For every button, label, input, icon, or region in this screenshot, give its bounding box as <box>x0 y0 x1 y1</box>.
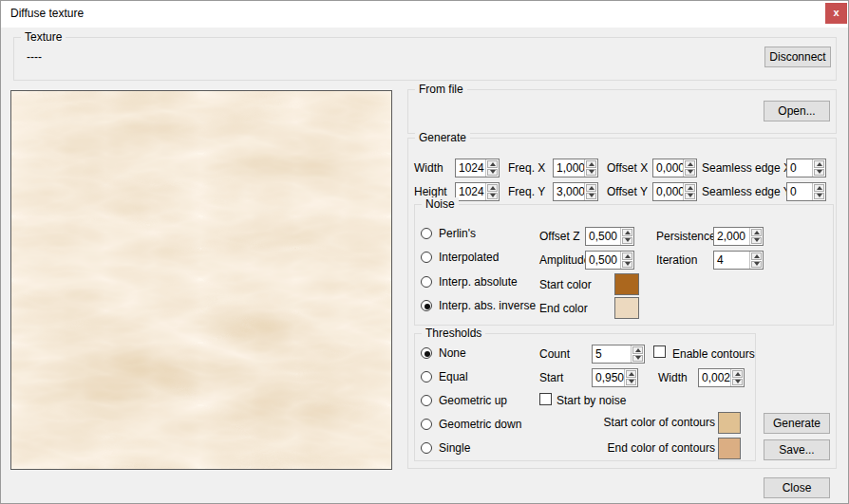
offset-x-field[interactable]: 0,000 <box>652 159 697 177</box>
spin-up-button <box>487 184 498 192</box>
amplitude-spinner[interactable] <box>620 252 633 269</box>
seamless-y-spinner[interactable] <box>812 183 825 200</box>
thresholds-group-label: Thresholds <box>422 327 485 340</box>
spin-down-button <box>626 379 636 386</box>
offset-y-spinner[interactable] <box>683 183 696 200</box>
texture-group: Texture ---- Disconnect <box>13 37 837 81</box>
spin-up-button <box>751 252 762 260</box>
radio-interp-absolute[interactable]: Interp. absolute <box>421 275 518 289</box>
radio-circle-selected[interactable] <box>421 347 432 359</box>
radio-circle[interactable] <box>421 276 432 288</box>
open-button[interactable]: Open... <box>764 101 830 121</box>
offset-x-spinner[interactable] <box>683 159 696 177</box>
radio-geometric-up[interactable]: Geometric up <box>421 394 507 407</box>
freq-x-field[interactable]: 1,000 <box>553 159 598 177</box>
persistence-field[interactable]: 2,000 <box>713 227 764 246</box>
contour-start-color-label: Start color of contours <box>604 416 715 430</box>
spin-up-button <box>685 160 695 168</box>
spin-up-button <box>814 160 824 168</box>
radio-interpolated[interactable]: Interpolated <box>421 251 499 264</box>
iteration-spinner[interactable] <box>749 252 763 269</box>
enable-contours-label: Enable contours <box>672 347 755 362</box>
spin-down-button <box>814 169 824 177</box>
width-field[interactable]: 1024 <box>455 159 500 177</box>
count-field[interactable]: 5 <box>592 345 645 364</box>
spin-down-button <box>586 169 596 177</box>
start-by-noise-checkbox[interactable] <box>539 393 552 405</box>
spin-down-button <box>751 261 762 269</box>
seamless-x-field[interactable]: 0 <box>786 159 826 177</box>
contour-width-label: Width <box>658 371 688 385</box>
spin-down-button <box>622 237 632 245</box>
seamless-x-label: Seamless edge X <box>702 161 791 176</box>
radio-equal[interactable]: Equal <box>421 370 468 383</box>
spin-down-button <box>685 193 695 200</box>
width-label: Width <box>414 161 443 176</box>
offset-z-spinner[interactable] <box>620 228 633 245</box>
freq-x-spinner[interactable] <box>584 159 597 177</box>
spin-up-button <box>632 346 643 354</box>
title-bar: Diffuse texture <box>1 1 848 28</box>
contour-width-field[interactable]: 0,002 <box>698 368 745 387</box>
radio-circle[interactable] <box>421 419 432 430</box>
iteration-field[interactable]: 4 <box>713 251 764 270</box>
seamless-y-field[interactable]: 0 <box>786 182 826 201</box>
spin-up-button <box>685 184 695 192</box>
freq-y-spinner[interactable] <box>584 183 597 200</box>
window-title: Diffuse texture <box>10 7 84 20</box>
enable-contours-checkbox[interactable] <box>653 345 666 358</box>
radio-circle[interactable] <box>421 371 432 383</box>
iteration-label: Iteration <box>656 253 697 268</box>
contour-start-color-swatch[interactable] <box>718 412 741 434</box>
start-label: Start <box>539 371 563 385</box>
height-spinner[interactable] <box>485 183 499 200</box>
width-spinner[interactable] <box>485 159 499 177</box>
height-field[interactable]: 1024 <box>455 182 500 201</box>
radio-single[interactable]: Single <box>421 441 470 455</box>
generate-button[interactable]: Generate <box>764 413 830 434</box>
generate-group-label: Generate <box>415 131 470 144</box>
generate-group: Generate Width 1024 Freq. X 1,000 Offset… <box>407 138 837 469</box>
radio-circle[interactable] <box>421 228 432 239</box>
persistence-spinner[interactable] <box>749 228 763 245</box>
offset-y-field[interactable]: 0,000 <box>652 182 697 201</box>
spin-down-button <box>487 169 498 177</box>
radio-circle-selected[interactable] <box>421 300 432 311</box>
amplitude-field[interactable]: 0,500 <box>585 251 634 270</box>
noise-group: Noise Perlin's Interpolated Interp. abso… <box>414 204 834 326</box>
seamless-x-spinner[interactable] <box>812 159 825 177</box>
radio-circle[interactable] <box>421 442 432 454</box>
radio-perlins[interactable]: Perlin's <box>421 227 476 240</box>
count-spinner[interactable] <box>631 345 644 363</box>
freq-x-label: Freq. X <box>508 161 545 176</box>
persistence-label: Persistence <box>656 230 716 244</box>
close-button[interactable]: Close <box>764 477 830 498</box>
end-color-label: End color <box>539 302 588 316</box>
texture-preview <box>10 90 392 470</box>
contour-end-color-swatch[interactable] <box>718 438 741 459</box>
spin-down-button <box>632 355 643 363</box>
spin-down-button <box>622 261 632 269</box>
radio-interp-abs-inverse[interactable]: Interp. abs. inverse <box>421 299 536 312</box>
window-close-button[interactable]: x <box>825 3 847 24</box>
radio-circle[interactable] <box>421 252 432 263</box>
spin-up-button <box>586 160 596 168</box>
contour-width-spinner[interactable] <box>730 369 744 386</box>
disconnect-button[interactable]: Disconnect <box>764 47 831 67</box>
radio-circle[interactable] <box>421 395 432 406</box>
start-color-label: Start color <box>539 278 592 292</box>
radio-geometric-down[interactable]: Geometric down <box>421 418 521 431</box>
offset-z-field[interactable]: 0,500 <box>585 227 634 246</box>
freq-y-field[interactable]: 3,000 <box>553 182 598 201</box>
save-button[interactable]: Save... <box>764 439 830 460</box>
texture-preview-image <box>11 91 391 469</box>
spin-up-button <box>622 229 632 236</box>
spin-up-button <box>622 252 632 260</box>
start-spinner[interactable] <box>624 369 637 386</box>
spin-up-button <box>586 184 596 192</box>
end-color-swatch[interactable] <box>614 297 639 319</box>
start-color-swatch[interactable] <box>614 273 639 295</box>
start-field[interactable]: 0,950 <box>592 368 638 387</box>
radio-none[interactable]: None <box>421 346 466 360</box>
spin-down-button <box>814 193 824 200</box>
